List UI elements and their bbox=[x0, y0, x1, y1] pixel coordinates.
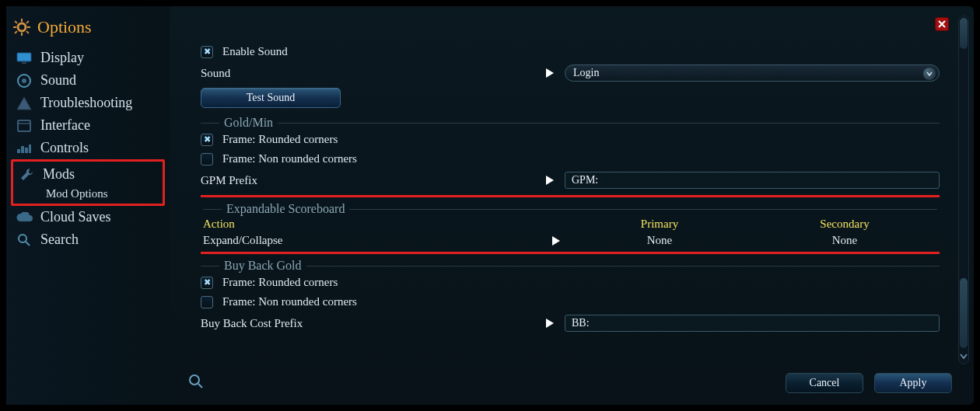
play-icon[interactable] bbox=[545, 234, 567, 247]
section-label: Expandable Scoreboard bbox=[222, 202, 349, 216]
binding-action-label: Expand/Collapse bbox=[203, 234, 545, 247]
scroll-down-icon[interactable] bbox=[959, 351, 968, 362]
sidebar-item-label: Display bbox=[40, 50, 84, 66]
sidebar-sub-mod-options[interactable]: Mod Options bbox=[40, 186, 161, 202]
sidebar-item-label: Controls bbox=[40, 140, 89, 156]
svg-rect-13 bbox=[18, 120, 30, 131]
scrollbar[interactable] bbox=[958, 16, 969, 364]
sidebar-item-interface[interactable]: Interface bbox=[12, 114, 163, 137]
section-label: Gold/Min bbox=[219, 116, 278, 130]
section-gold-min: Gold/Min bbox=[201, 116, 940, 130]
gold-nonrounded-label: Frame: Non rounded corners bbox=[222, 152, 357, 165]
gpm-prefix-row: GPM Prefix bbox=[201, 169, 940, 192]
sidebar-item-cloud-saves[interactable]: Cloud Saves bbox=[12, 206, 163, 228]
svg-point-21 bbox=[190, 375, 199, 385]
gpm-prefix-input[interactable] bbox=[565, 172, 940, 189]
test-sound-row: Test Sound bbox=[201, 85, 940, 111]
buyback-prefix-row: Buy Back Cost Prefix bbox=[201, 312, 940, 335]
controls-icon bbox=[16, 143, 33, 154]
svg-rect-18 bbox=[29, 145, 31, 153]
footer: Cancel Apply bbox=[188, 367, 952, 399]
apply-button[interactable]: Apply bbox=[874, 373, 952, 393]
sound-dropdown-row: Sound Login bbox=[201, 61, 940, 85]
warning-icon bbox=[16, 96, 33, 110]
sidebar-item-mods[interactable]: Mods bbox=[15, 163, 161, 186]
buyback-rounded-row: Frame: Rounded corners bbox=[201, 273, 940, 292]
svg-rect-2 bbox=[21, 33, 23, 36]
gold-rounded-row: Frame: Rounded corners bbox=[201, 130, 940, 149]
monitor-icon bbox=[16, 52, 33, 64]
sidebar-item-sound[interactable]: Sound bbox=[12, 69, 163, 92]
secondary-header: Secondary bbox=[752, 218, 937, 231]
buyback-nonrounded-checkbox[interactable] bbox=[201, 296, 213, 308]
gold-rounded-checkbox[interactable] bbox=[201, 134, 213, 146]
play-icon[interactable] bbox=[543, 175, 557, 186]
close-button[interactable] bbox=[935, 17, 949, 31]
sidebar-item-label: Search bbox=[40, 232, 79, 248]
svg-rect-4 bbox=[27, 26, 30, 28]
scoreboard-highlight: Expandable Scoreboard Action Primary Sec… bbox=[201, 195, 940, 254]
buyback-rounded-checkbox[interactable] bbox=[201, 277, 213, 289]
sidebar-item-label: Mods bbox=[43, 166, 75, 183]
wrench-icon bbox=[18, 167, 35, 183]
sidebar-item-label: Sound bbox=[40, 72, 76, 89]
chevron-down-icon bbox=[923, 68, 936, 80]
svg-rect-10 bbox=[22, 62, 26, 64]
svg-rect-16 bbox=[21, 146, 24, 153]
svg-point-12 bbox=[22, 78, 26, 83]
action-header: Action bbox=[203, 218, 545, 231]
speaker-icon bbox=[16, 74, 33, 88]
sound-dropdown[interactable]: Login bbox=[565, 64, 940, 82]
svg-rect-7 bbox=[26, 20, 29, 23]
sidebar-item-label: Interface bbox=[40, 117, 90, 134]
gear-icon bbox=[12, 18, 31, 37]
svg-rect-3 bbox=[13, 26, 16, 28]
svg-point-0 bbox=[18, 23, 26, 31]
section-label: Buy Back Gold bbox=[219, 259, 306, 273]
binding-secondary[interactable]: None bbox=[752, 234, 937, 247]
scroll-thumb[interactable] bbox=[960, 278, 968, 348]
cloud-icon bbox=[16, 212, 33, 223]
buyback-rounded-label: Frame: Rounded corners bbox=[222, 276, 338, 289]
svg-line-20 bbox=[26, 242, 30, 246]
sidebar-item-display[interactable]: Display bbox=[12, 47, 163, 69]
play-icon[interactable] bbox=[543, 318, 557, 329]
search-icon bbox=[16, 233, 33, 247]
content-scroll: Enable Sound Sound Login Test Sound Gold… bbox=[201, 42, 940, 361]
svg-rect-8 bbox=[14, 30, 17, 33]
gold-nonrounded-row: Frame: Non rounded corners bbox=[201, 149, 940, 169]
test-sound-button[interactable]: Test Sound bbox=[201, 88, 341, 108]
main-panel: Enable Sound Sound Login Test Sound Gold… bbox=[170, 6, 974, 405]
primary-header: Primary bbox=[567, 218, 752, 231]
sidebar-item-controls[interactable]: Controls bbox=[12, 137, 163, 159]
title-row: Options bbox=[12, 17, 163, 37]
buyback-nonrounded-row: Frame: Non rounded corners bbox=[201, 292, 940, 312]
gold-nonrounded-checkbox[interactable] bbox=[201, 153, 213, 165]
svg-rect-9 bbox=[17, 53, 31, 61]
sidebar-item-troubleshooting[interactable]: Troubleshooting bbox=[12, 92, 163, 114]
play-icon[interactable] bbox=[543, 68, 557, 78]
interface-icon bbox=[16, 120, 33, 132]
binding-row-expand: Expand/Collapse None None bbox=[203, 232, 937, 249]
cancel-button[interactable]: Cancel bbox=[786, 373, 863, 393]
sidebar-highlight-mods: Mods Mod Options bbox=[11, 159, 165, 206]
sidebar: Options Display Sound Troubleshooting In… bbox=[6, 6, 170, 405]
bindings-header: Action Primary Secondary bbox=[203, 216, 937, 232]
svg-rect-6 bbox=[26, 30, 29, 33]
binding-primary[interactable]: None bbox=[567, 234, 752, 247]
svg-rect-1 bbox=[21, 19, 23, 22]
buyback-prefix-input[interactable] bbox=[565, 315, 940, 332]
enable-sound-row: Enable Sound bbox=[201, 42, 940, 61]
section-buyback: Buy Back Gold bbox=[201, 259, 940, 273]
options-window: Options Display Sound Troubleshooting In… bbox=[6, 6, 974, 405]
magnifier-icon[interactable] bbox=[188, 374, 204, 392]
sound-label: Sound bbox=[201, 67, 230, 80]
buyback-prefix-label: Buy Back Cost Prefix bbox=[201, 317, 303, 330]
scroll-thumb-top[interactable] bbox=[960, 18, 968, 49]
sidebar-item-search[interactable]: Search bbox=[12, 228, 163, 251]
enable-sound-checkbox[interactable] bbox=[201, 46, 213, 58]
svg-point-19 bbox=[19, 235, 26, 242]
svg-rect-17 bbox=[25, 148, 28, 153]
svg-rect-5 bbox=[14, 20, 17, 23]
section-scoreboard: Expandable Scoreboard bbox=[203, 202, 937, 216]
